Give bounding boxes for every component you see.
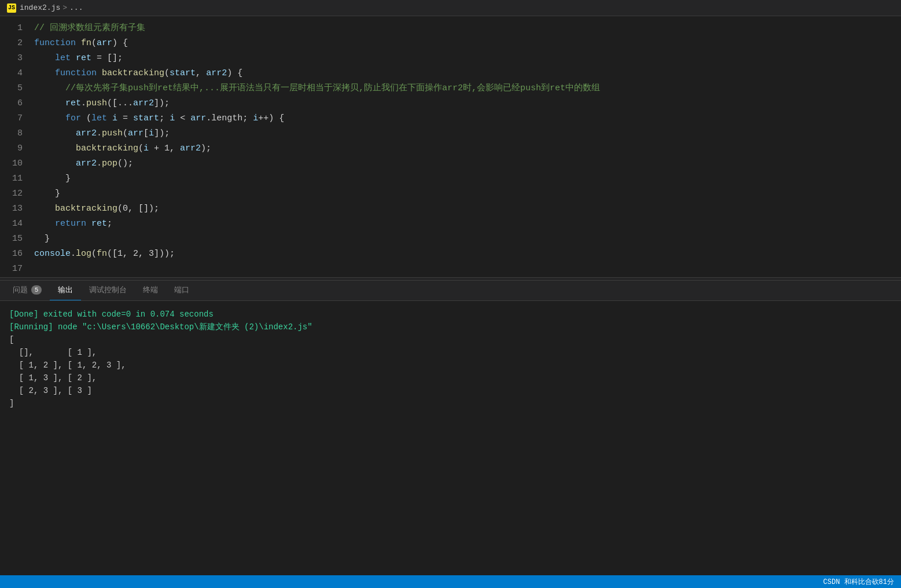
- panel-tab-label: 调试控制台: [89, 285, 127, 295]
- panel-tabs: 问题5输出调试控制台终端端口: [0, 281, 901, 301]
- code-line: 6 ret.push([...arr2]);: [0, 96, 901, 111]
- token-plain: }: [34, 234, 50, 244]
- token-plain: [86, 219, 91, 229]
- token-plain: ([1, 2, 3]));: [107, 249, 175, 259]
- terminal-area[interactable]: [Done] exited with code=0 in 0.074 secon…: [0, 301, 901, 576]
- line-number: 14: [0, 216, 32, 231]
- panel-tab[interactable]: 调试控制台: [81, 280, 135, 300]
- line-content: backtracking(i + 1, arr2);: [32, 141, 901, 156]
- token-param: ret: [65, 98, 81, 108]
- terminal-line: ]: [9, 397, 892, 410]
- panel-tab-label: 问题: [13, 285, 28, 295]
- line-content: arr2.push(arr[i]);: [32, 126, 901, 141]
- token-param: ret: [91, 219, 107, 229]
- code-line: 4 function backtracking(start, arr2) {: [0, 66, 901, 81]
- code-line: 13 backtracking(0, []);: [0, 201, 901, 216]
- token-param: arr: [190, 113, 206, 123]
- token-param: arr2: [180, 144, 201, 153]
- panel-tab-label: 端口: [174, 285, 189, 295]
- terminal-line: [ 1, 2 ], [ 1, 2, 3 ],: [9, 359, 892, 372]
- token-plain: .: [97, 128, 102, 138]
- line-number: 4: [0, 66, 32, 81]
- token-plain: [34, 113, 65, 123]
- token-comment: // 回溯求数组元素所有子集: [34, 23, 145, 33]
- token-fn: backtracking: [102, 68, 164, 78]
- panel-tab[interactable]: 输出: [50, 280, 81, 300]
- token-param: start: [170, 68, 196, 78]
- token-fn: pop: [102, 159, 117, 168]
- token-plain: [71, 53, 76, 63]
- token-plain: ;: [159, 113, 170, 123]
- line-content: [32, 262, 901, 277]
- terminal-line: [Running] node "c:\Users\10662\Desktop\新…: [9, 321, 892, 333]
- code-line: 11 }: [0, 171, 901, 186]
- token-plain: ,: [196, 68, 206, 78]
- terminal-line: [], [ 1 ],: [9, 346, 892, 359]
- token-plain: (: [164, 68, 170, 78]
- line-number: 1: [0, 21, 32, 36]
- token-param: arr2: [206, 68, 227, 78]
- token-plain: =: [117, 113, 133, 123]
- token-plain: [34, 144, 76, 153]
- panel-tab[interactable]: 问题5: [5, 280, 50, 300]
- editor-area: 1// 回溯求数组元素所有子集2function fn(arr) {3 let …: [0, 16, 901, 277]
- token-fn: log: [76, 249, 91, 259]
- status-bar-right: CSDN 和科比合砍81分: [823, 577, 894, 587]
- code-line: 2function fn(arr) {: [0, 36, 901, 51]
- line-number: 12: [0, 186, 32, 201]
- panel-tab[interactable]: 端口: [166, 280, 197, 300]
- token-plain: [107, 113, 112, 123]
- token-param: arr2: [76, 159, 97, 168]
- token-kw: function: [34, 38, 76, 48]
- token-param: arr: [128, 128, 144, 138]
- line-content: }: [32, 231, 901, 247]
- line-content: ret.push([...arr2]);: [32, 96, 901, 111]
- token-plain: .: [71, 249, 76, 259]
- token-param: i: [144, 144, 149, 153]
- line-content: for (let i = start; i < arr.length; i++)…: [32, 111, 901, 126]
- panel-tab[interactable]: 终端: [135, 280, 166, 300]
- code-container[interactable]: 1// 回溯求数组元素所有子集2function fn(arr) {3 let …: [0, 16, 901, 277]
- code-line: 9 backtracking(i + 1, arr2);: [0, 141, 901, 156]
- breadcrumb-sep: >: [62, 3, 67, 12]
- token-plain: (: [138, 144, 144, 153]
- line-number: 13: [0, 201, 32, 216]
- token-plain: (: [123, 128, 128, 138]
- token-plain: ]);: [154, 128, 170, 138]
- token-plain: [34, 98, 65, 108]
- line-content: console.log(fn([1, 2, 3]));: [32, 247, 901, 262]
- line-number: 3: [0, 51, 32, 66]
- token-param: i: [170, 113, 175, 123]
- token-plain: [34, 128, 76, 138]
- line-number: 10: [0, 156, 32, 171]
- token-plain: ();: [117, 159, 133, 168]
- line-content: let ret = [];: [32, 51, 901, 66]
- token-plain: [34, 204, 55, 214]
- token-fn: backtracking: [76, 144, 138, 153]
- line-content: }: [32, 186, 901, 201]
- terminal-line: [ 2, 3 ], [ 3 ]: [9, 384, 892, 397]
- token-plain: (0, []);: [117, 204, 159, 214]
- token-plain: ]);: [154, 98, 170, 108]
- code-line: 15 }: [0, 231, 901, 247]
- line-content: function backtracking(start, arr2) {: [32, 66, 901, 81]
- line-content: // 回溯求数组元素所有子集: [32, 21, 901, 36]
- code-line: 3 let ret = [];: [0, 51, 901, 66]
- js-file-icon: JS: [7, 3, 16, 13]
- line-content: //每次先将子集push到ret结果中,...展开语法当只有一层时相当于深拷贝,…: [32, 81, 901, 96]
- code-line: 8 arr2.push(arr[i]);: [0, 126, 901, 141]
- token-plain: }: [34, 189, 60, 199]
- code-line: 17: [0, 262, 901, 277]
- token-plain: );: [201, 144, 211, 153]
- line-number: 2: [0, 36, 32, 51]
- token-fn: push: [102, 128, 123, 138]
- line-number: 17: [0, 262, 32, 277]
- line-content: return ret;: [32, 216, 901, 231]
- token-param: console: [34, 249, 71, 259]
- code-line: 14 return ret;: [0, 216, 901, 231]
- status-bar: CSDN 和科比合砍81分: [0, 575, 901, 588]
- line-content: }: [32, 171, 901, 186]
- token-fn: fn: [81, 38, 91, 48]
- token-param: arr2: [133, 98, 154, 108]
- token-param: i: [253, 113, 258, 123]
